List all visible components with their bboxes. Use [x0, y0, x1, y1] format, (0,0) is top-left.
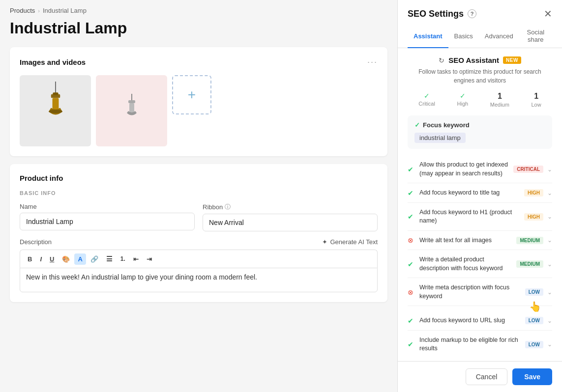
- ribbon-input[interactable]: [203, 214, 378, 231]
- task-item-alt-text[interactable]: ⊗ Write alt text for all images MEDIUM ⌄: [408, 231, 552, 251]
- cancel-button[interactable]: Cancel: [466, 368, 508, 385]
- underline-button[interactable]: U: [46, 253, 58, 265]
- task-text: Allow this product to get indexed (may a…: [419, 161, 509, 178]
- breadcrumb-current: Industrial Lamp: [43, 7, 87, 14]
- task-badge-medium: MEDIUM: [516, 260, 543, 268]
- task-text: Include markup to be eligible for rich r…: [419, 336, 521, 353]
- task-item-description[interactable]: ✔ Write a detailed product description w…: [408, 251, 552, 278]
- task-chevron-icon: ⌄: [547, 237, 552, 244]
- task-chevron-icon: ⌄: [547, 190, 552, 196]
- task-chevron-icon: ⌄: [547, 261, 552, 268]
- focus-keyword-label: ✓ Focus keyword: [414, 121, 545, 129]
- images-card: Images and videos ···: [10, 47, 387, 156]
- task-chevron-icon: ⌄: [547, 166, 552, 173]
- task-check-icon: ✔: [408, 340, 415, 348]
- editor-toolbar: B I U 🎨 A 🔗 ☰ 1. ⇤ ⇥: [20, 250, 378, 268]
- task-text: Add focus keyword to URL slug: [419, 316, 521, 325]
- task-item-meta-desc[interactable]: ⊗ Write meta description with focus keyw…: [408, 279, 552, 306]
- task-error-icon: ⊗: [408, 288, 415, 296]
- low-count: 1: [534, 92, 538, 101]
- critical-label: Critical: [418, 101, 435, 107]
- save-button[interactable]: Save: [512, 368, 552, 385]
- page-title: Industrial Lamp: [0, 19, 397, 47]
- task-badge-low: LOW: [525, 288, 543, 296]
- task-item-title-tag[interactable]: ✔ Add focus keyword to title tag HIGH ⌄: [408, 184, 552, 203]
- generate-ai-button[interactable]: ✦ Generate AI Text: [322, 238, 378, 246]
- task-list: ✔ Allow this product to get indexed (may…: [408, 156, 552, 358]
- stat-critical: ✓ Critical: [418, 92, 435, 108]
- task-text: Write alt text for all images: [419, 236, 512, 245]
- images-grid: +: [20, 75, 378, 146]
- breadcrumb-products-link[interactable]: Products: [10, 7, 35, 14]
- task-item-index[interactable]: ✔ Allow this product to get indexed (may…: [408, 156, 552, 183]
- ribbon-info-icon: ⓘ: [225, 203, 231, 211]
- tab-advanced[interactable]: Advanced: [479, 25, 519, 48]
- seo-header: SEO Settings ? ✕: [398, 0, 562, 20]
- focus-keyword-tag[interactable]: industrial lamp: [414, 133, 466, 143]
- high-label: High: [457, 101, 469, 107]
- image-thumb-second[interactable]: [96, 75, 167, 146]
- task-check-icon: ✔: [408, 317, 415, 325]
- seo-tabs: Assistant Basics Advanced Social share: [398, 20, 562, 48]
- tab-social-share[interactable]: Social share: [519, 25, 552, 48]
- medium-label: Medium: [490, 102, 509, 108]
- name-group: Name: [20, 203, 195, 231]
- task-badge-critical: CRITICAL: [513, 166, 543, 173]
- critical-check-icon: ✓: [424, 92, 430, 100]
- images-menu-button[interactable]: ···: [367, 57, 378, 67]
- task-check-icon: ✔: [408, 166, 415, 173]
- seo-footer: Cancel Save: [398, 361, 562, 392]
- task-chevron-icon: ⌄: [547, 213, 552, 220]
- tab-assistant[interactable]: Assistant: [408, 25, 448, 48]
- task-item-rich-results[interactable]: ✔ Include markup to be eligible for rich…: [408, 331, 552, 358]
- add-image-button[interactable]: +: [172, 75, 211, 114]
- focus-keyword-box: ✓ Focus keyword industrial lamp: [408, 115, 552, 149]
- stat-high: ✓ High: [457, 92, 469, 108]
- link-button[interactable]: 🔗: [87, 253, 102, 265]
- product-info-title: Product info: [20, 174, 378, 182]
- description-header: Description ✦ Generate AI Text: [20, 238, 378, 246]
- italic-button[interactable]: I: [36, 253, 45, 265]
- task-text: Write meta description with focus keywor…: [419, 283, 521, 301]
- ordered-list-button[interactable]: 1.: [117, 253, 129, 264]
- ribbon-group: Ribbon ⓘ: [203, 203, 378, 231]
- task-badge-low: LOW: [525, 341, 543, 348]
- unordered-list-button[interactable]: ☰: [103, 253, 116, 265]
- assistant-description: Follow tasks to optimize this product fo…: [408, 67, 552, 85]
- breadcrumb-chevron: ›: [38, 8, 40, 14]
- tab-basics[interactable]: Basics: [448, 25, 479, 48]
- svg-point-3: [49, 110, 62, 113]
- ribbon-label: Ribbon ⓘ: [203, 203, 378, 211]
- task-badge-high: HIGH: [524, 189, 543, 196]
- indent-right-button[interactable]: ⇥: [143, 253, 155, 265]
- name-label: Name: [20, 203, 195, 210]
- task-badge-medium: MEDIUM: [516, 237, 543, 244]
- medium-count: 1: [498, 92, 502, 101]
- task-text: Add focus keyword to title tag: [419, 189, 520, 197]
- stat-medium: 1 Medium: [490, 92, 509, 108]
- task-badge-high: HIGH: [524, 213, 543, 221]
- seo-settings-panel: SEO Settings ? ✕ Assistant Basics Advanc…: [397, 0, 562, 392]
- seo-close-button[interactable]: ✕: [544, 8, 552, 20]
- left-panel: Products › Industrial Lamp Industrial La…: [0, 0, 397, 392]
- cursor-hand: 👆: [529, 301, 541, 312]
- task-chevron-icon: ⌄: [547, 341, 552, 348]
- task-text: Add focus keyword to H1 (product name): [419, 208, 520, 225]
- task-error-icon: ⊗: [408, 236, 415, 244]
- task-item-h1[interactable]: ✔ Add focus keyword to H1 (product name)…: [408, 203, 552, 231]
- refresh-icon[interactable]: ↻: [439, 56, 444, 64]
- task-text: Write a detailed product description wit…: [419, 255, 512, 273]
- task-badge-low: LOW: [525, 317, 543, 324]
- paint-button[interactable]: 🎨: [59, 253, 73, 265]
- task-item-url-slug[interactable]: ✔ Add focus keyword to URL slug LOW ⌄: [408, 311, 552, 331]
- indent-left-button[interactable]: ⇤: [130, 253, 142, 265]
- bold-button[interactable]: B: [24, 253, 35, 265]
- task-chevron-icon: ⌄: [547, 289, 552, 296]
- seo-help-icon[interactable]: ?: [468, 9, 476, 18]
- image-thumb-main[interactable]: [20, 75, 91, 146]
- highlight-button[interactable]: A: [74, 253, 86, 265]
- description-editor[interactable]: New in this week! An industrial lamp to …: [20, 268, 378, 292]
- name-input[interactable]: [20, 213, 195, 230]
- second-lamp-illustration: [119, 94, 144, 128]
- add-icon: +: [188, 87, 196, 103]
